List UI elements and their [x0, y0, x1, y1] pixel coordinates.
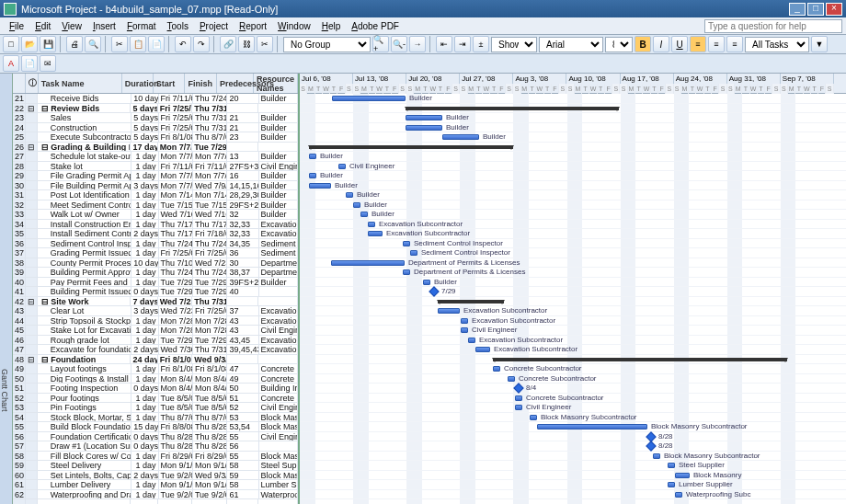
task-row[interactable]: 55Build Block Foundation15 daysFri 8/8/0…	[13, 422, 298, 432]
task-bar[interactable]	[410, 250, 417, 256]
col-predecessors[interactable]: Predecessors	[217, 74, 254, 93]
underline-button[interactable]: U	[671, 36, 688, 52]
task-bar[interactable]	[468, 338, 475, 343]
save-button[interactable]: 💾	[40, 36, 56, 52]
autofilter-button[interactable]: ▼	[811, 36, 828, 52]
task-bar[interactable]	[461, 327, 468, 333]
filter-select[interactable]: All Tasks	[745, 37, 809, 52]
task-bar[interactable]	[309, 183, 331, 189]
task-bar[interactable]	[675, 473, 690, 478]
zoom-out-button[interactable]: 🔍-	[391, 36, 407, 52]
summary-bar[interactable]	[309, 145, 513, 149]
col-duration[interactable]: Duration	[122, 74, 154, 93]
task-bar[interactable]	[309, 154, 316, 159]
summary-bar[interactable]	[438, 300, 504, 304]
task-row[interactable]: 39Building Permit Approved1 dayThu 7/24/…	[13, 268, 298, 278]
menu-format[interactable]: Format	[121, 19, 162, 33]
task-row[interactable]: 62Waterproofing and Drain Tile1 dayTue 9…	[13, 490, 298, 500]
task-row[interactable]: 35Install Sediment Controls2 daysThu 7/1…	[13, 229, 298, 239]
menu-window[interactable]: Window	[272, 19, 316, 33]
task-row[interactable]: 33Walk Lot w/ Owner1 dayWed 7/16/08Wed 7…	[13, 210, 298, 220]
task-bar[interactable]	[537, 424, 647, 430]
align-center-button[interactable]: ≡	[708, 36, 725, 52]
unlink-button[interactable]: ⛓	[238, 36, 255, 52]
task-row[interactable]: 29File Grading Permit Application1 dayMo…	[13, 171, 298, 181]
task-row[interactable]: 42⊟⊟ Site Work7 daysWed 7/23/08Thu 7/31/…	[13, 297, 298, 307]
menu-adobe-pdf[interactable]: Adobe PDF	[346, 19, 405, 33]
menu-project[interactable]: Project	[194, 19, 234, 33]
undo-button[interactable]: ↶	[175, 36, 191, 52]
task-bar[interactable]	[461, 318, 468, 324]
paste-button[interactable]: 📄	[148, 36, 165, 52]
task-row[interactable]: 49Layout footings1 dayFri 8/1/08Fri 8/1/…	[13, 364, 298, 374]
show-hide-button[interactable]: ±	[473, 36, 489, 52]
task-row[interactable]: 34Install Construction Entrance1 dayThu …	[13, 220, 298, 230]
col-resources[interactable]: Resource Names	[254, 74, 298, 93]
menu-view[interactable]: View	[56, 19, 87, 33]
task-row[interactable]: 40Pay Permit Fees and Excise Taxe1 dayTu…	[13, 278, 298, 288]
show-select[interactable]: Show	[491, 37, 537, 52]
goto-task-button[interactable]: →	[409, 36, 426, 52]
print-button[interactable]: 🖨	[66, 36, 83, 52]
col-finish[interactable]: Finish	[185, 74, 217, 93]
copy-button[interactable]: 📋	[130, 36, 146, 52]
task-row[interactable]: 57Draw #1 (Location Survey)0 daysThu 8/2…	[13, 441, 298, 452]
task-bar[interactable]	[406, 115, 442, 120]
redo-button[interactable]: ↷	[193, 36, 210, 52]
font-select[interactable]: Arial	[539, 37, 603, 52]
task-row[interactable]: 28Stake lot1 dayFri 7/11/08Fri 7/11/0827…	[13, 162, 298, 172]
task-row[interactable]: 32Meet Sediment Control Inspector1 dayTu…	[13, 200, 298, 211]
task-bar[interactable]	[438, 308, 460, 314]
print-preview-button[interactable]: 🔍	[85, 36, 101, 52]
link-button[interactable]: 🔗	[220, 36, 236, 52]
task-bar[interactable]	[406, 125, 442, 131]
col-indicators[interactable]: ⓘ	[26, 74, 39, 93]
help-search-input[interactable]	[704, 19, 842, 33]
task-bar[interactable]	[309, 173, 316, 178]
menu-tools[interactable]: Tools	[162, 19, 194, 33]
task-row[interactable]: 50Dig Footings & Install Reinforcing1 da…	[13, 374, 298, 384]
task-bar[interactable]	[508, 376, 515, 382]
milestone[interactable]	[429, 286, 439, 296]
bold-button[interactable]: B	[634, 36, 651, 52]
task-bar[interactable]	[368, 222, 375, 227]
task-bar[interactable]	[675, 492, 682, 498]
task-row[interactable]: 22⊟⊟ Review Bids5 daysFri 7/25/08Thu 7/3…	[13, 104, 298, 114]
task-bar[interactable]	[668, 482, 675, 487]
milestone[interactable]	[513, 383, 523, 393]
milestone[interactable]	[646, 441, 656, 451]
task-row[interactable]: 60Set Lintels, Bolts, Cap Block2 daysTue…	[13, 471, 298, 481]
task-row[interactable]: 47Excavate for foundation2 daysWed 7/30/…	[13, 345, 298, 355]
menu-insert[interactable]: Insert	[87, 19, 121, 33]
task-row[interactable]: 38County Permit Process10 daysThu 7/10/0…	[13, 258, 298, 269]
task-bar[interactable]	[475, 347, 490, 352]
task-bar[interactable]	[668, 463, 675, 468]
task-row[interactable]: 27Schedule lot stake-out1 dayMon 7/7/08M…	[13, 152, 298, 162]
col-start[interactable]: Start	[154, 74, 186, 93]
cut-button[interactable]: ✂	[111, 36, 128, 52]
task-row[interactable]: 54Stock Block, Mortar, Sand1 dayThu 8/7/…	[13, 413, 298, 423]
task-row[interactable]: 58Fill Block Cores w/ Concrete1 dayFri 8…	[13, 452, 298, 462]
menu-file[interactable]: File	[4, 19, 29, 33]
task-row[interactable]: 37Grading Permit Issued1 dayFri 7/25/08F…	[13, 248, 298, 258]
task-bar[interactable]	[423, 280, 430, 285]
col-id[interactable]	[13, 74, 26, 93]
group-select[interactable]: No Group	[283, 37, 371, 52]
task-row[interactable]: 48⊟⊟ Foundation24 daysFri 8/1/08Wed 9/3/…	[13, 355, 298, 365]
task-bar[interactable]	[442, 134, 479, 140]
task-bar[interactable]	[403, 241, 410, 246]
zoom-in-button[interactable]: 🔍+	[372, 36, 389, 52]
task-bar[interactable]	[530, 415, 537, 420]
task-row[interactable]: 23Sales5 daysFri 7/25/08Thu 7/31/0821Bui…	[13, 113, 298, 123]
maximize-button[interactable]: □	[807, 3, 824, 16]
align-left-button[interactable]: ≡	[690, 36, 706, 52]
task-bar[interactable]	[338, 164, 346, 169]
task-row[interactable]: 59Steel Delivery1 dayMon 9/1/08Mon 9/1/0…	[13, 461, 298, 471]
task-bar[interactable]	[493, 366, 500, 372]
task-row[interactable]: 25Execute Subcontractor Agreeme5 daysFri…	[13, 132, 298, 143]
task-row[interactable]: 26⊟⊟ Grading & Building Permits17 daysMo…	[13, 143, 298, 153]
task-row[interactable]: 24Construction5 daysFri 7/25/08Thu 7/31/…	[13, 123, 298, 133]
task-bar[interactable]	[368, 231, 383, 236]
task-row[interactable]: 43Clear Lot3 daysWed 7/23/08Fri 7/25/083…	[13, 306, 298, 316]
task-bar[interactable]	[515, 395, 522, 401]
